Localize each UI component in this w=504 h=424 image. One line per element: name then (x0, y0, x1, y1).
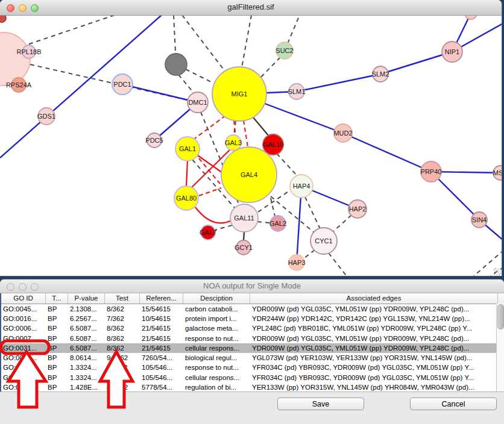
column-header-test[interactable]: Test (105, 293, 140, 304)
edge[interactable] (199, 188, 221, 196)
edge[interactable] (198, 155, 222, 173)
table-body: GO:0045...BP2.1308...8/36215/54615carbon… (1, 304, 504, 392)
node-gray-node[interactable] (165, 54, 187, 75)
edge[interactable] (304, 250, 315, 258)
table-row[interactable]: GO:0031...BP1.3324...11/362105/546...cel… (1, 373, 504, 382)
cell-p_value: 6.5087... (68, 343, 105, 353)
node-MSN[interactable] (493, 166, 502, 180)
node-PDC5[interactable] (147, 133, 162, 148)
edge[interactable] (242, 15, 251, 67)
network-canvas[interactable]: RPL18BRPS24AGDS1PDC1MIG1SUC2SLM1NIP1SLM2… (0, 0, 502, 276)
edge[interactable] (182, 15, 227, 73)
node-HAP2[interactable] (348, 200, 367, 218)
column-header-t-[interactable]: T... (46, 293, 68, 304)
node-SLM1[interactable] (289, 84, 304, 99)
scrollbar-thumb[interactable] (497, 304, 504, 329)
cell-go_id: GO:0045... (1, 304, 46, 314)
node-CYC1[interactable] (310, 228, 337, 254)
edge[interactable] (195, 207, 232, 223)
edge[interactable] (257, 222, 270, 223)
node-RPS24A[interactable] (11, 78, 26, 92)
table-row[interactable]: GO:0031...BP1.3324...11/362105/546...res… (1, 363, 504, 372)
edge[interactable] (178, 75, 194, 93)
column-header-referen-[interactable]: Referen... (140, 293, 183, 304)
save-button[interactable]: Save (277, 398, 364, 410)
cell-reference: 7260/54... (140, 353, 183, 363)
node-MUD2[interactable] (334, 124, 352, 142)
edge[interactable] (244, 232, 244, 240)
edge[interactable] (297, 74, 380, 92)
node-GAL10[interactable] (263, 134, 283, 155)
edge[interactable] (122, 84, 198, 102)
noa-output-window: NOA output for Single Mode GO IDT...P-va… (0, 279, 504, 424)
node-HAP4[interactable] (290, 175, 313, 198)
column-header-desciption[interactable]: Desciption (183, 293, 250, 304)
edge[interactable] (253, 117, 269, 136)
edge[interactable] (186, 69, 215, 84)
cell-edges: YDR009W (pd) YGL035C, YML051W (pp) YDR00… (250, 334, 498, 343)
node-GAL3[interactable] (225, 135, 241, 151)
node-SUC2[interactable] (276, 42, 293, 59)
edge[interactable] (17, 15, 115, 48)
cell-description: biological regul... (183, 353, 250, 363)
node-GAL1[interactable] (175, 137, 200, 161)
table-row[interactable]: GO:0045...BP2.1308...8/36215/54615carbon… (1, 304, 504, 314)
edge[interactable] (244, 120, 248, 147)
network-graph[interactable]: RPL18BRPS24AGDS1PDC1MIG1SUC2SLM1NIP1SLM2… (0, 0, 502, 276)
cell-go_id: GO:0007... (1, 334, 46, 343)
cell-test: 8/362 (105, 304, 140, 314)
node-RPL18B[interactable] (22, 45, 36, 58)
node-DMC1[interactable] (187, 92, 208, 113)
node-GAL11[interactable] (230, 204, 258, 232)
cell-edges: YFR034C (pd) YBR093C, YDR009W (pd) YGL03… (250, 373, 498, 382)
cancel-button[interactable]: Cancel (410, 398, 497, 410)
node-HAP3[interactable] (289, 255, 304, 270)
cell-type: BP (46, 323, 68, 333)
column-header-go-id[interactable]: GO ID (1, 293, 46, 304)
vertical-scrollbar[interactable] (496, 304, 504, 391)
node-GAL7[interactable] (201, 225, 215, 240)
table-row[interactable]: GO:0065...BP8.0614...94/3627260/54...bio… (1, 353, 504, 363)
table-row[interactable]: GO:0007...BP6.5087...8/36221/54615respon… (1, 334, 504, 343)
node-GDS1[interactable] (38, 108, 55, 125)
cell-reference: 21/54615 (140, 323, 183, 333)
edge[interactable] (305, 197, 320, 229)
node-SLM2[interactable] (373, 66, 388, 82)
node-GCY1[interactable] (236, 240, 251, 255)
cell-type: BP (46, 353, 68, 363)
column-header-p-value[interactable]: P-value (68, 293, 105, 304)
cell-p_value: 1.3324... (68, 373, 105, 382)
edge[interactable] (215, 225, 232, 230)
table-row-selected[interactable]: GO:0031...BP6.5087...8/36221/54615cellul… (1, 343, 504, 353)
cell-description: cellular respons... (183, 343, 250, 353)
resize-grip-icon[interactable] (494, 268, 501, 275)
node-GAL4[interactable] (221, 147, 277, 202)
node-PDC1[interactable] (112, 74, 133, 95)
node-PRP40[interactable] (421, 161, 441, 182)
table-row[interactable]: GO:0050...BP1.428E...80/3625778/54...reg… (1, 382, 504, 392)
edge[interactable] (259, 57, 280, 79)
node-GAL80[interactable] (174, 186, 198, 210)
node-GAL2[interactable] (270, 216, 286, 231)
cell-p_value: 6.5087... (68, 334, 105, 343)
edge[interactable] (186, 161, 187, 186)
node-SIN4[interactable] (471, 212, 487, 228)
node-blob[interactable] (0, 33, 30, 86)
cell-reference: 105/546... (140, 373, 183, 382)
cell-edges: YDR009W (pd) YGL035C, YML051W (pp) YDR00… (250, 343, 498, 353)
table-row[interactable]: GO:0006...BP6.5087...8/36221/54615galact… (1, 323, 504, 333)
node-MIG1[interactable] (212, 67, 266, 121)
network-window-titlebar[interactable]: galFiltered.sif (0, 0, 502, 16)
cell-p_value: 1.428E... (68, 382, 105, 392)
edge[interactable] (380, 52, 452, 74)
noa-window-titlebar[interactable]: NOA output for Single Mode (0, 279, 504, 293)
edge[interactable] (343, 133, 431, 172)
table-row[interactable]: GO:0016...BP6.2567...7/36210/54615protei… (1, 314, 504, 323)
edge[interactable] (277, 154, 297, 176)
network-window-title: galFiltered.sif (0, 2, 502, 11)
column-header-associated-edges[interactable]: Associated edges (250, 293, 498, 304)
node-NIP1[interactable] (442, 42, 462, 62)
edge[interactable] (333, 215, 351, 232)
cell-test: 7/362 (105, 314, 140, 323)
edge[interactable] (329, 253, 348, 276)
